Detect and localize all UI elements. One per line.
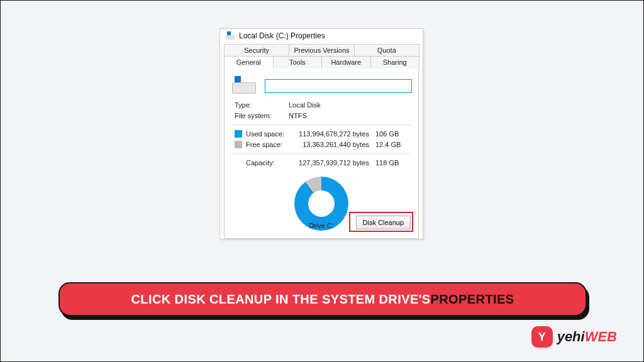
brand-wordmark: yehiWEB	[557, 329, 617, 345]
instruction-banner: CLICK DISK CLEANUP IN THE SYSTEM DRIVE'S…	[58, 282, 587, 316]
tab-row-primary: General Tools Hardware Sharing	[224, 56, 419, 69]
properties-dialog: Local Disk (C:) Properties Security Prev…	[219, 28, 423, 239]
type-value: Local Disk	[289, 101, 411, 109]
dialog-title: Local Disk (C:) Properties	[239, 31, 325, 40]
used-swatch	[235, 130, 242, 138]
tab-previous-versions[interactable]: Previous Versions	[289, 44, 354, 56]
banner-accent: PROPERTIES	[431, 292, 514, 307]
divider	[231, 124, 412, 125]
brand-badge-icon: Y	[531, 326, 553, 348]
tab-quota[interactable]: Quota	[354, 44, 419, 56]
used-bytes: 113,994,678,272 bytes	[296, 130, 373, 138]
tab-tools[interactable]: Tools	[273, 56, 323, 69]
used-label: Used space:	[246, 130, 296, 138]
brand-logo: Y yehiWEB	[531, 326, 617, 348]
banner-text: CLICK DISK CLEANUP IN THE SYSTEM DRIVE'S	[131, 292, 431, 307]
tab-row-secondary: Security Previous Versions Quota	[224, 44, 419, 56]
volume-label-input[interactable]	[265, 79, 412, 93]
tab-general[interactable]: General	[224, 56, 274, 69]
free-bytes: 13,363,261,440 bytes	[296, 141, 373, 148]
free-swatch	[235, 141, 242, 148]
capacity-bytes: 127,357,939,712 bytes	[296, 159, 373, 167]
used-human: 106 GB	[373, 130, 411, 138]
type-label: Type:	[235, 101, 289, 109]
drive-icon-large	[231, 75, 257, 97]
capacity-human: 118 GB	[373, 159, 411, 167]
free-human: 12.4 GB	[373, 141, 411, 148]
free-label: Free space:	[246, 141, 296, 148]
drive-icon	[225, 31, 235, 40]
filesystem-value: NTFS	[289, 112, 411, 119]
divider	[231, 153, 412, 154]
tabs: Security Previous Versions Quota General…	[220, 43, 423, 239]
tab-sharing[interactable]: Sharing	[370, 56, 420, 69]
disk-cleanup-button[interactable]: Disk Cleanup	[356, 216, 411, 229]
tab-security[interactable]: Security	[224, 44, 289, 56]
filesystem-label: File system:	[235, 112, 289, 119]
tab-panel-general: Type: Local Disk File system: NTFS Used …	[224, 68, 419, 239]
tab-hardware[interactable]: Hardware	[321, 56, 371, 69]
dialog-titlebar: Local Disk (C:) Properties	[220, 29, 423, 43]
pie-caption: Drive C:	[309, 222, 334, 229]
capacity-label: Capacity:	[246, 159, 296, 167]
